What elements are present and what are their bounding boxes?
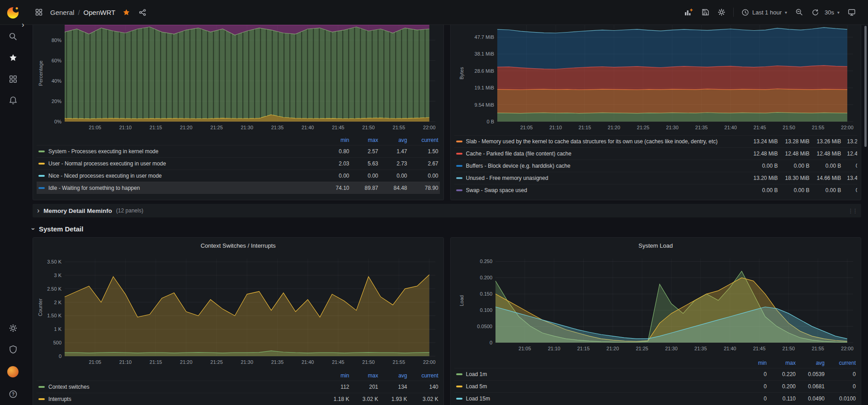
series-color-chip — [456, 373, 462, 375]
legend-sort-avg[interactable]: avg — [796, 360, 825, 366]
legend-header: minmaxavgcurrent — [454, 358, 858, 368]
svg-text:21:55: 21:55 — [393, 125, 406, 130]
panel-title[interactable]: System Load — [454, 240, 858, 252]
dashboards-icon[interactable] — [33, 7, 44, 18]
legend-row[interactable]: Interrupts1.18 K3.02 K1.93 K3.02 K — [37, 393, 440, 405]
legend-row[interactable]: Context switches112201134140 — [37, 381, 440, 393]
settings-gear-icon[interactable] — [9, 324, 18, 333]
series-value: 0 — [825, 383, 857, 390]
series-color-chip — [38, 398, 45, 400]
legend-row[interactable]: Load 15m00.1100.04900.0100 — [454, 392, 858, 405]
svg-text:3 K: 3 K — [54, 273, 61, 278]
series-value: 0 — [738, 396, 767, 402]
chart-svg-cpu: 0%20%40%60%80%21:0521:1021:1521:2021:252… — [37, 25, 440, 132]
svg-text:21:40: 21:40 — [723, 346, 736, 351]
svg-text:?: ? — [11, 392, 14, 397]
legend-row[interactable]: Buffers - Block device (e.g. harddisk) c… — [454, 160, 858, 172]
legend-sort-current[interactable]: current — [407, 137, 440, 143]
context-switches-chart[interactable]: 05001 K1.50 K2 K2.50 K3 K3.50 K21:0521:1… — [37, 253, 440, 366]
system-detail-panel-row: Context Switches / Interrupts 05001 K1.5… — [33, 237, 861, 405]
dashboards-grid-icon[interactable] — [9, 75, 18, 84]
svg-text:21:55: 21:55 — [811, 346, 824, 351]
series-value: 0.200 — [767, 383, 796, 390]
legend-sort-avg[interactable]: avg — [378, 372, 407, 379]
legend-sort-min[interactable]: min — [738, 360, 767, 366]
dashboard-settings-button[interactable] — [716, 7, 727, 18]
series-color-chip — [456, 177, 462, 179]
server-admin-shield-icon[interactable] — [9, 345, 18, 354]
svg-text:60%: 60% — [52, 58, 61, 63]
legend-row[interactable]: Slab - Memory used by the kernel to cach… — [454, 135, 858, 147]
legend-sort-max[interactable]: max — [349, 372, 378, 379]
svg-text:1 K: 1 K — [54, 326, 61, 332]
favorite-star-button[interactable] — [121, 7, 132, 18]
alerting-bell-icon[interactable] — [9, 96, 18, 105]
series-value: 0 — [738, 371, 767, 377]
help-icon[interactable]: ? — [9, 390, 18, 399]
user-avatar[interactable] — [7, 366, 19, 377]
svg-text:21:15: 21:15 — [150, 125, 162, 130]
svg-text:2.50 K: 2.50 K — [47, 286, 61, 292]
drag-handle-icon[interactable]: ⋮⋮ — [848, 207, 857, 214]
legend-row[interactable]: Idle - Waiting for something to happen74… — [37, 182, 440, 194]
svg-text:21:55: 21:55 — [393, 359, 406, 365]
series-label: Cache - Parked file data (file content) … — [466, 151, 746, 157]
legend-sort-min[interactable]: min — [321, 137, 349, 143]
add-panel-button[interactable] — [683, 7, 694, 18]
row-system-detail[interactable]: › System Detail — [33, 223, 861, 235]
svg-text:21:40: 21:40 — [724, 125, 737, 130]
series-value: 74.10 — [321, 185, 349, 191]
svg-text:21:05: 21:05 — [519, 346, 531, 351]
starred-icon[interactable] — [9, 53, 18, 62]
legend-row[interactable]: Cache - Parked file data (file content) … — [454, 147, 858, 160]
time-range-picker[interactable]: Last 1 hour ▾ — [740, 7, 788, 18]
share-button[interactable] — [137, 7, 148, 18]
legend-row[interactable]: Load 5m00.2000.06810 — [454, 380, 858, 392]
legend-sort-min[interactable]: min — [321, 372, 349, 379]
legend-row[interactable]: System - Processes executing in kernel m… — [37, 145, 440, 157]
legend-row[interactable]: User - Normal processes executing in use… — [37, 157, 440, 170]
system-load-chart[interactable]: 00.05000.1000.1500.2000.25021:0521:1021:… — [454, 253, 858, 353]
search-icon[interactable] — [9, 32, 18, 41]
chevron-down-icon: ▾ — [837, 10, 840, 15]
legend-sort-max[interactable]: max — [349, 137, 378, 143]
svg-text:21:05: 21:05 — [89, 359, 101, 365]
legend-sort-avg[interactable]: avg — [378, 137, 407, 143]
row-title: System Detail — [39, 225, 83, 233]
legend-row[interactable]: Swap - Swap space used0.00 B0.00 B0.00 B… — [454, 184, 858, 196]
series-value: 12.48 MiB — [778, 151, 810, 157]
refresh-interval-dropdown[interactable]: 30s ▾ — [823, 8, 841, 17]
chart-svg-load: 00.05000.1000.1500.2000.25021:0521:1021:… — [454, 253, 858, 353]
breadcrumb-folder[interactable]: General — [50, 9, 74, 16]
legend-sort-current[interactable]: current — [407, 372, 440, 379]
svg-text:21:20: 21:20 — [606, 346, 619, 351]
save-dashboard-button[interactable] — [700, 7, 711, 18]
svg-text:0.100: 0.100 — [480, 307, 492, 313]
scrollbar-thumb[interactable] — [864, 26, 867, 147]
svg-text:21:25: 21:25 — [637, 125, 649, 130]
grafana-logo-icon[interactable] — [6, 5, 20, 19]
legend-row[interactable]: Unused - Free memory unasigned13.20 MiB1… — [454, 172, 858, 184]
zoom-out-button[interactable] — [794, 7, 805, 18]
legend-sort-current[interactable]: current — [825, 360, 857, 366]
svg-text:21:05: 21:05 — [520, 125, 533, 130]
breadcrumb-dashboard-title[interactable]: OpenWRT — [84, 9, 116, 16]
top-panel-row: 0%20%40%60%80%21:0521:1021:1521:2021:252… — [33, 25, 861, 200]
series-value: 3.02 K — [407, 396, 440, 402]
series-color-chip — [456, 153, 462, 155]
legend-row[interactable]: Load 1m00.2200.05390 — [454, 368, 858, 380]
legend-row[interactable]: Nice - Niced processes executing in user… — [37, 170, 440, 182]
panel-title[interactable]: Context Switches / Interrupts — [37, 240, 440, 252]
cpu-usage-chart[interactable]: 0%20%40%60%80%21:0521:1021:1521:2021:252… — [37, 25, 440, 132]
refresh-interval-label: 30s — [825, 9, 834, 16]
refresh-button[interactable] — [810, 7, 821, 18]
expand-sidebar-chevron[interactable]: › — [22, 21, 24, 28]
legend-system-load: minmaxavgcurrentLoad 1m00.2200.05390Load… — [454, 358, 858, 405]
legend-sort-max[interactable]: max — [767, 360, 796, 366]
row-memory-detail-meminfo[interactable]: › Memory Detail Meminfo (12 panels) ⋮⋮ — [33, 204, 861, 217]
series-label: Slab - Memory used by the kernel to cach… — [466, 138, 746, 145]
cycle-view-button[interactable] — [846, 7, 857, 18]
series-label: Interrupts — [48, 396, 321, 402]
series-label: Nice - Niced processes executing in user… — [48, 173, 321, 179]
memory-chart[interactable]: 0 B9.54 MiB19.1 MiB28.6 MiB38.1 MiB47.7 … — [454, 25, 858, 132]
